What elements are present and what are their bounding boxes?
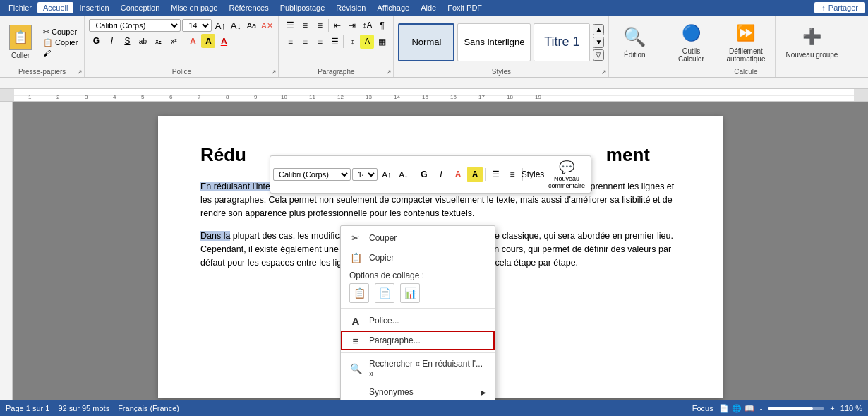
ctx-copy[interactable]: 📋 Copier [341,248,495,268]
numbering-button[interactable]: ≡ [298,18,312,32]
font-shrink-button[interactable]: A↓ [229,18,243,32]
zoom-minus-button[interactable]: - [760,404,763,412]
highlight-color-button[interactable]: A [201,34,215,48]
print-view-icon[interactable]: 📄 [719,404,729,413]
font-size-select[interactable]: 14 [182,19,212,32]
defilement-group: ⏩ Défilementautomatique Calcule [716,16,776,77]
line-spacing-button[interactable]: ↕ [345,35,359,49]
read-view-icon[interactable]: 📖 [745,404,754,413]
ft-bold-button[interactable]: G [416,167,432,182]
nouveau-button[interactable]: ➕ Nouveau groupe [780,23,843,61]
menu-insertion[interactable]: Insertion [73,2,114,13]
edition-button[interactable]: 🔍 Édition [613,23,656,61]
svg-text:13: 13 [366,94,372,100]
menu-accueil[interactable]: Accueil [37,2,73,13]
menu-aide[interactable]: Aide [415,2,442,13]
ft-font-select[interactable]: Calibri (Corps) [273,168,351,181]
align-left-button[interactable]: ≡ [283,35,297,49]
strikethrough-button[interactable]: ab [135,34,150,48]
zoom-plus-button[interactable]: + [830,404,834,412]
style-title1[interactable]: Titre 1 [534,23,590,61]
ft-highlight-button[interactable]: A [467,167,483,182]
ctx-paste-icon-1[interactable]: 📋 [349,283,369,303]
menu-revision[interactable]: Révision [330,2,371,13]
align-right-button[interactable]: ≡ [313,35,327,49]
show-formatting-button[interactable]: ¶ [375,18,389,32]
copy-label: Copier [55,38,78,47]
sort-button[interactable]: ↕A [360,18,374,32]
borders-button[interactable]: ▦ [375,35,389,49]
bold-button[interactable]: G [89,34,103,48]
ft-styles-button[interactable]: Styles [525,167,541,182]
cut-button[interactable]: ✂ Couper [41,27,80,37]
font-family-select[interactable]: Calibri (Corps) [89,19,181,32]
align-center-button[interactable]: ≡ [298,35,312,49]
shading-button[interactable]: A [360,35,374,49]
ft-italic-button[interactable]: I [433,167,449,182]
ctx-rechercher[interactable]: 🔍 Rechercher « En réduisant l'... » [341,355,495,382]
document-scroll-area[interactable]: Réduction de l'interligne dans Microsoft… [13,102,868,400]
zoom-slider[interactable] [768,407,824,410]
svg-text:3: 3 [85,94,88,100]
ft-sep2 [485,168,486,181]
ft-bullets-button[interactable]: ☰ [488,167,503,182]
outils-calculer-button[interactable]: 🔵 OutilsCalculer [670,19,712,66]
subscript-button[interactable]: x₂ [151,34,165,48]
decrease-indent-button[interactable]: ⇤ [330,18,344,32]
multilevel-list-button[interactable]: ≡ [313,18,327,32]
styles-up-button[interactable]: ▲ [593,24,604,35]
ctx-paste-icon-2[interactable]: 📄 [375,283,394,303]
svg-text:17: 17 [478,94,485,100]
ctx-paragraphe[interactable]: ≡ Paragraphe... [341,331,495,350]
menu-references[interactable]: Références [223,2,274,13]
text-color-button[interactable]: A [186,34,200,48]
ctx-synonymes-label: Synonymes [369,387,414,397]
defilement-button[interactable]: ⏩ Défilementautomatique [721,19,771,66]
menu-conception[interactable]: Conception [115,2,166,13]
outils-group: 🔵 OutilsCalculer [665,16,716,77]
italic-button[interactable]: I [104,34,119,48]
styles-expand-button[interactable]: ▽ [593,49,604,61]
font-clear-button[interactable]: A✕ [260,18,274,32]
ft-grow-button[interactable]: A↑ [379,167,394,182]
justify-button[interactable]: ☰ [327,35,342,49]
copy-button[interactable]: 📋 Copier [41,37,80,48]
style-no-space[interactable]: Sans interligne [457,23,531,61]
font-expand-icon[interactable]: ↗ [271,69,277,76]
paragraph-expand-icon[interactable]: ↗ [386,69,392,76]
ctx-sep2 [341,352,495,353]
ctx-police[interactable]: A Police... [341,311,495,331]
font-group: Calibri (Corps) 14 A↑ A↓ Aa A✕ G I S [85,16,279,77]
styles-down-button[interactable]: ▼ [593,37,604,48]
ctx-paste-icon-3[interactable]: 📊 [400,283,420,303]
svg-text:6: 6 [169,94,173,100]
web-view-icon[interactable]: 🌐 [732,404,742,413]
menu-fichier[interactable]: Fichier [3,2,37,13]
ft-size-select[interactable]: 14 [352,168,378,181]
styles-expand-icon[interactable]: ↗ [601,69,607,76]
menu-publipostage[interactable]: Publipostage [275,2,331,13]
font-grow-button[interactable]: A↑ [213,18,227,32]
increase-indent-button[interactable]: ⇥ [345,18,359,32]
ctx-synonymes[interactable]: Synonymes ▶ [341,382,495,400]
bullets-button[interactable]: ☰ [283,18,297,32]
ft-shrink-button[interactable]: A↓ [396,167,411,182]
nouveau-label: Nouveau groupe [785,51,838,59]
ft-numbering-button[interactable]: ≡ [505,167,520,182]
underline-button[interactable]: S [120,34,134,48]
superscript-button[interactable]: x² [167,34,181,48]
format-painter-button[interactable]: 🖌 [41,48,80,58]
menu-foxit[interactable]: Foxit PDF [442,2,488,13]
focus-button[interactable]: Focus [692,404,713,412]
menu-mise-en-page[interactable]: Mise en page [165,2,223,13]
style-normal[interactable]: Normal [398,23,454,61]
ctx-cut[interactable]: ✂ Couper [341,228,495,248]
paste-button[interactable]: 📋 Coller [3,23,38,61]
font-color-button2[interactable]: A [217,34,231,48]
font-case-button[interactable]: Aa [244,18,258,32]
menu-affichage[interactable]: Affichage [371,2,415,13]
ft-nouveau-commentaire-button[interactable]: 💬 Nouveaucommentaire [545,158,588,191]
clipboard-expand-icon[interactable]: ↗ [77,69,83,76]
ft-text-color-button[interactable]: A [450,167,466,182]
share-button[interactable]: ↑ Partager [814,2,865,13]
